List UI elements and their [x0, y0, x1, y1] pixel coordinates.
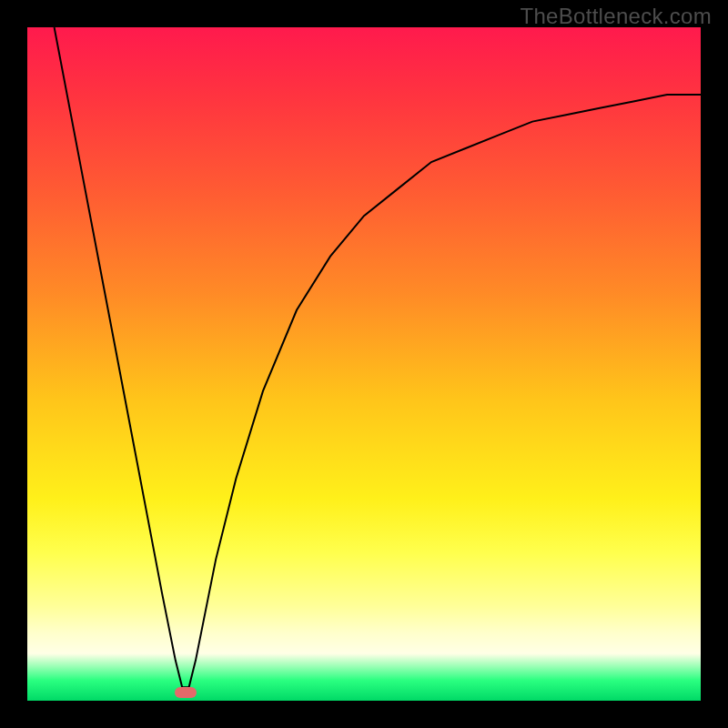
watermark-text: TheBottleneck.com: [520, 4, 712, 29]
chart-plot-area: [27, 27, 701, 701]
optimal-point-marker: [175, 687, 197, 698]
curve-svg: [27, 27, 701, 701]
chart-frame: TheBottleneck.com: [0, 0, 728, 728]
bottleneck-curve-path: [55, 27, 701, 687]
